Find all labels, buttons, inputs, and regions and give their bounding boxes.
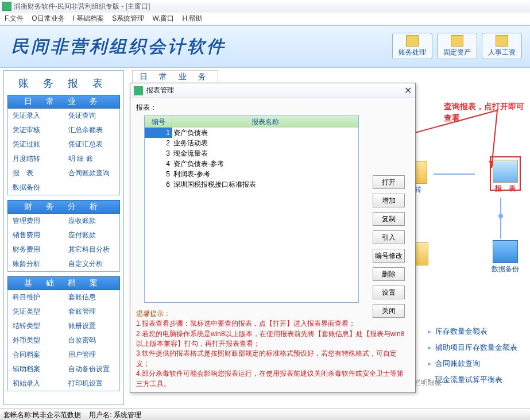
sidebar-item[interactable]: 合同账款查询: [64, 166, 119, 180]
sidebar-item[interactable]: 初始录入: [8, 376, 64, 391]
section-label: 报表：: [136, 103, 409, 113]
menu-file[interactable]: F.文件: [5, 14, 24, 24]
sidebar-item[interactable]: 凭证类型: [8, 305, 64, 319]
banner: 民间非营利组织会计软件 账务处理 固定资产 人事工资: [0, 25, 530, 68]
annotation-text: 查询报表，点打开即可查看: [444, 101, 524, 124]
sidebar-item[interactable]: 报 表: [8, 166, 64, 180]
link-list: 库存数量金额表辅助项目库存数量金额表合同账款查询现金流量试算平衡表: [428, 323, 524, 388]
flow-backup[interactable]: 数据备份: [490, 240, 521, 275]
panel-hdr-base: 基 础 档 案: [7, 276, 120, 290]
menubar: F.文件 O日常业务 I 基础档案 S系统管理 W.窗口 H.帮助: [0, 13, 530, 25]
link-item[interactable]: 合同账款查询: [428, 356, 524, 372]
sidebar-item[interactable]: 打印机设置: [64, 376, 119, 391]
sidebar-item[interactable]: 辅助档案: [8, 362, 64, 376]
sidebar-item[interactable]: 自动备份设置: [64, 362, 119, 376]
sidebar: 账 务 报 表 日 常 业 务 凭证录入凭证查询凭证审核汇总余额表凭证过账凭证汇…: [3, 70, 124, 405]
import-button[interactable]: 引入: [373, 230, 405, 244]
sidebar-item[interactable]: 月度结转: [8, 152, 64, 166]
sidebar-item[interactable]: 凭证过账: [8, 137, 64, 152]
sidebar-item[interactable]: 应付账款: [64, 228, 119, 242]
sidebar-item[interactable]: 明 细 账: [64, 152, 119, 166]
menu-window[interactable]: W.窗口: [152, 14, 174, 24]
window-title: 润衡财务软件-民间非营利组织专版 - [主窗口]: [14, 2, 150, 11]
tips: 温馨提示： 1.报表查看步骤：鼠标选中要查的报表，点【打开】进入报表界面查看； …: [136, 309, 409, 389]
list-row[interactable]: 1资产负债表: [145, 128, 358, 138]
sidebar-item[interactable]: 应收账款: [64, 214, 119, 228]
sidebar-item[interactable]: 数据备份: [8, 180, 64, 195]
menu-help[interactable]: H.帮助: [182, 14, 203, 24]
panel-analysis: 管理费用应收账款销售费用应付账款财务费用其它科目分析账龄分析自定义分析: [7, 214, 120, 272]
report-manage-dialog: 报表管理 ✕ 报表： 编号 报表名称 1资产负债表2业务活动表3现金流量表4资产…: [130, 83, 416, 393]
delete-button[interactable]: 删除: [373, 267, 405, 281]
sidebar-item[interactable]: 套账管理: [64, 305, 119, 319]
list-row[interactable]: 3现金流量表: [145, 148, 358, 159]
btn-hr[interactable]: 人事工资: [482, 33, 522, 59]
sidebar-item[interactable]: 用户管理: [64, 348, 119, 362]
sidebar-item[interactable]: 合同档案: [8, 348, 64, 362]
sidebar-item[interactable]: 凭证汇总表: [64, 137, 119, 152]
app-title: 民间非营利组织会计软件: [11, 35, 226, 59]
list-row[interactable]: 4资产负债表-参考: [145, 159, 358, 169]
sidebar-item[interactable]: 销售费用: [8, 228, 64, 242]
open-button[interactable]: 打开: [373, 175, 405, 189]
sidebar-item[interactable]: 结转类型: [8, 319, 64, 333]
settings-button[interactable]: 设置: [373, 286, 405, 299]
sidebar-item[interactable]: 凭证审核: [8, 123, 64, 137]
flow-baobiao[interactable]: 报 表: [490, 156, 521, 191]
sidebar-item[interactable]: 自定义分析: [64, 257, 119, 271]
renumber-button[interactable]: 编号修改: [373, 249, 405, 263]
panel-hdr-daily: 日 常 业 务: [7, 95, 120, 109]
sidebar-item[interactable]: 自改密码: [64, 333, 119, 348]
list-row[interactable]: 2业务活动表: [145, 138, 358, 148]
menu-system[interactable]: S系统管理: [112, 14, 144, 24]
link-item[interactable]: 现金流量试算平衡表: [428, 372, 524, 388]
sidebar-item[interactable]: 账龄分析: [8, 257, 64, 271]
btn-accounting[interactable]: 账务处理: [392, 33, 432, 59]
tab-daily[interactable]: 日 常 业 务: [132, 70, 218, 83]
dialog-titlebar[interactable]: 报表管理 ✕: [130, 83, 415, 98]
sidebar-item[interactable]: 管理费用: [8, 214, 64, 228]
panel-base: 科目维护套账信息凭证类型套账管理结转类型账册设置外币类型自改密码合同档案用户管理…: [7, 290, 120, 391]
sidebar-item[interactable]: 其它科目分析: [64, 242, 119, 257]
status-bar: 套帐名称:民非企示范数据 用户名: 系统管理: [0, 409, 530, 420]
menu-base[interactable]: I 基础档案: [73, 14, 105, 24]
add-button[interactable]: 增加: [373, 194, 405, 207]
report-list: 编号 报表名称 1资产负债表2业务活动表3现金流量表4资产负债表-参考5利润表-…: [144, 115, 359, 303]
link-item[interactable]: 辅助项目库存数量金额表: [428, 340, 524, 356]
sidebar-item[interactable]: 汇总余额表: [64, 123, 119, 137]
sidebar-item[interactable]: 财务费用: [8, 242, 64, 257]
list-row[interactable]: 6深圳国税报税接口标准报表: [145, 179, 358, 190]
sidebar-item[interactable]: 套账信息: [64, 290, 119, 305]
btn-assets[interactable]: 固定资产: [437, 33, 477, 59]
sidebar-item[interactable]: 科目维护: [8, 290, 64, 305]
link-item[interactable]: 库存数量金额表: [428, 323, 524, 340]
copy-button[interactable]: 复制: [373, 212, 405, 226]
sidebar-item[interactable]: 凭证查询: [64, 109, 119, 123]
close-icon[interactable]: ✕: [404, 85, 412, 96]
list-header: 编号 报表名称: [145, 116, 358, 128]
app-icon: [2, 2, 11, 11]
sidebar-item[interactable]: 外币类型: [8, 333, 64, 348]
col-no: 编号: [145, 116, 172, 128]
panel-hdr-analysis: 财 务 分 析: [7, 200, 120, 214]
col-name: 报表名称: [172, 116, 358, 128]
sidebar-item[interactable]: 账册设置: [64, 319, 119, 333]
dialog-title: 报表管理: [146, 86, 174, 95]
sidebar-item[interactable]: 凭证录入: [8, 109, 64, 123]
dialog-icon: [134, 86, 143, 95]
button-column: 打开增加复制引入编号修改删除设置关闭: [373, 175, 405, 318]
window-titlebar: 润衡财务软件-民间非营利组织专版 - [主窗口]: [0, 0, 530, 13]
menu-daily[interactable]: O日常业务: [32, 14, 64, 24]
list-row[interactable]: 5利润表-参考: [145, 169, 358, 179]
sidebar-item[interactable]: [64, 180, 119, 195]
sidebar-title: 账 务 报 表: [7, 74, 120, 95]
panel-daily: 凭证录入凭证查询凭证审核汇总余额表凭证过账凭证汇总表月度结转明 细 账报 表合同…: [7, 109, 120, 195]
